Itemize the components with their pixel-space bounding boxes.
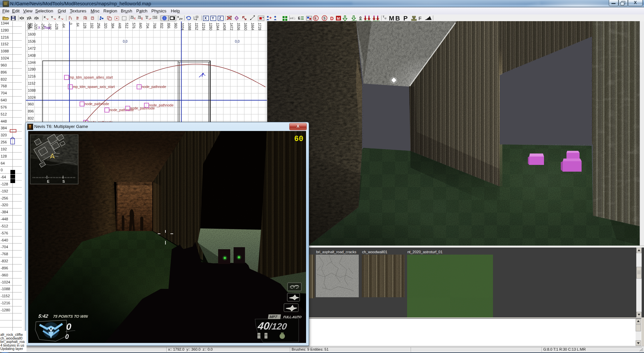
svg-text:E: E [314, 16, 317, 20]
svg-text:192: 192 [1, 147, 7, 151]
svg-text:B: B [395, 15, 400, 22]
svg-text:-64: -64 [1, 175, 6, 179]
svg-text:-960: -960 [1, 273, 8, 277]
svg-text:-1024: -1024 [1, 280, 10, 284]
svg-text:-128: -128 [1, 182, 8, 186]
svg-text:ch_woodwall01: ch_woodwall01 [362, 250, 387, 254]
svg-text:1472: 1472 [28, 46, 36, 50]
svg-text:384: 384 [111, 23, 114, 29]
svg-text:-1280: -1280 [1, 308, 10, 312]
svg-text:Y: Y [212, 16, 214, 20]
svg-text:1216: 1216 [1, 35, 9, 39]
svg-text:mp_tdm_spawn_axis_start: mp_tdm_spawn_axis_start [73, 85, 115, 89]
svg-text:Y: Y [51, 15, 53, 19]
svg-text:90: 90 [146, 17, 148, 19]
svg-text:896: 896 [28, 109, 34, 113]
svg-text:0,0: 0,0 [235, 40, 240, 43]
svg-text:832: 832 [28, 116, 34, 120]
svg-text:768: 768 [153, 23, 156, 29]
svg-text:768: 768 [1, 84, 7, 88]
svg-text:448: 448 [1, 119, 7, 123]
svg-text:960: 960 [174, 23, 178, 29]
svg-text:320: 320 [104, 23, 107, 29]
svg-text:-1152: -1152 [1, 294, 10, 298]
svg-text:1280: 1280 [1, 28, 9, 32]
svg-text:-768: -768 [1, 252, 8, 256]
svg-text:1280: 1280 [209, 23, 212, 31]
svg-text:bri_asphalt_road_cracks: bri_asphalt_road_cracks [316, 250, 356, 254]
svg-text:X: X [44, 15, 46, 19]
svg-text:node_pathnode: node_pathnode [149, 103, 174, 107]
svg-text:1152: 1152 [195, 23, 198, 30]
svg-text:0: 0 [1, 168, 3, 172]
svg-text:64: 64 [1, 161, 5, 165]
svg-text:1024: 1024 [181, 23, 184, 31]
svg-text:-320: -320 [34, 23, 38, 30]
svg-text:-192: -192 [1, 189, 8, 193]
svg-text:nt_2020_astroturf_01: nt_2020_astroturf_01 [407, 250, 443, 254]
svg-text:1280: 1280 [28, 67, 36, 71]
svg-text:Top: Top [44, 26, 51, 30]
svg-text:960: 960 [28, 102, 34, 106]
svg-text:640: 640 [139, 23, 142, 29]
svg-text:512: 512 [1, 112, 7, 116]
svg-text:-1216: -1216 [1, 301, 10, 305]
svg-text:1600: 1600 [28, 32, 36, 36]
svg-text:-576: -576 [1, 231, 8, 235]
svg-text:-640: -640 [1, 238, 8, 242]
svg-text:0,0: 0,0 [123, 40, 128, 43]
svg-text:1088: 1088 [28, 88, 36, 92]
svg-text:384: 384 [1, 126, 7, 130]
svg-text:Z: Z [219, 16, 221, 20]
svg-text:832: 832 [160, 23, 163, 29]
svg-text:704: 704 [1, 91, 7, 95]
svg-text:1664: 1664 [251, 23, 254, 31]
svg-text:512: 512 [125, 23, 129, 29]
svg-text:640: 640 [1, 98, 7, 102]
svg-text:896: 896 [1, 70, 7, 74]
svg-text:mp_tdm_spawn_allies_start: mp_tdm_spawn_allies_start [69, 75, 113, 79]
svg-text:X: X [204, 16, 207, 20]
svg-text:1088: 1088 [188, 23, 191, 31]
svg-text:1344: 1344 [1, 21, 9, 25]
svg-text:ZY: ZY [179, 17, 183, 20]
svg-text:64: 64 [76, 23, 80, 27]
svg-text:-832: -832 [1, 259, 8, 263]
svg-text:node_pathnode: node_pathnode [85, 102, 109, 106]
svg-text:FLIP: FLIP [138, 17, 141, 19]
svg-text:576: 576 [1, 105, 7, 109]
svg-text:128: 128 [83, 23, 87, 29]
svg-text:1344: 1344 [216, 23, 219, 31]
svg-text:704: 704 [146, 23, 149, 29]
svg-text:M: M [337, 16, 340, 20]
svg-text:D: D [330, 16, 334, 21]
svg-text:-320: -320 [1, 203, 8, 207]
svg-text:S: S [324, 16, 326, 20]
svg-text:1408: 1408 [28, 53, 36, 57]
svg-text:576: 576 [132, 23, 136, 29]
svg-text:P: P [403, 15, 408, 22]
svg-text:Z: Z [58, 15, 60, 19]
svg-text:1344: 1344 [28, 60, 36, 64]
svg-text:1600: 1600 [244, 23, 247, 31]
svg-text:z|s: z|s [34, 16, 39, 20]
svg-text:node_pathnode: node_pathnode [142, 85, 166, 89]
svg-text:1088: 1088 [1, 49, 9, 53]
svg-text:X: X [38, 26, 41, 30]
svg-text:y|λ: y|λ [27, 16, 32, 20]
svg-text:1152: 1152 [1, 42, 9, 46]
svg-text:1152: 1152 [28, 81, 36, 85]
svg-text:LAYEF: LAYEF [153, 17, 158, 19]
svg-text:E: E [298, 16, 300, 20]
svg-text:320: 320 [1, 133, 7, 137]
svg-text:x|x: x|x [19, 16, 24, 20]
svg-text:1728: 1728 [258, 23, 261, 31]
svg-text:-896: -896 [1, 266, 8, 270]
svg-text:1536: 1536 [237, 23, 240, 31]
svg-text:-64: -64 [62, 23, 65, 28]
svg-text:256: 256 [1, 140, 7, 144]
svg-text:960: 960 [1, 63, 7, 67]
svg-text:1216: 1216 [28, 74, 36, 78]
svg-text:u: u [385, 16, 386, 20]
svg-text:324: 324 [29, 23, 33, 29]
